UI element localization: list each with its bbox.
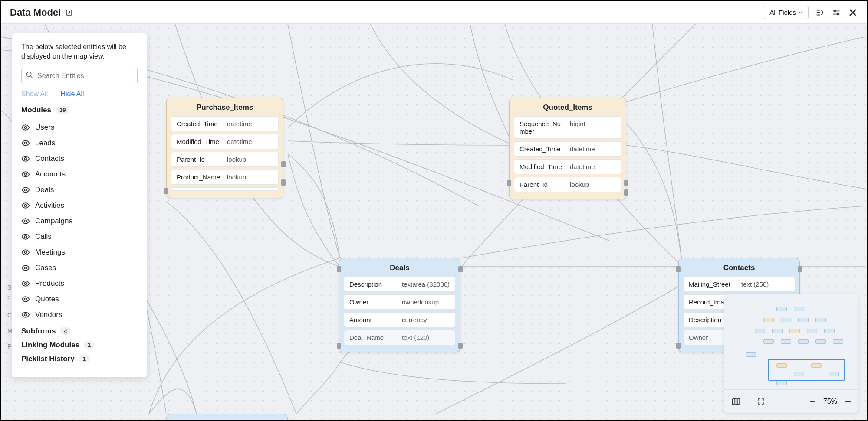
count-badge: 4 <box>60 327 71 335</box>
module-item[interactable]: Calls <box>21 229 138 245</box>
field-row[interactable]: Mailing_Streettext (250) <box>683 277 795 292</box>
show-hide-row: Show All Hide All <box>21 90 138 98</box>
module-item[interactable]: Products <box>21 276 138 291</box>
eye-icon <box>21 248 30 257</box>
field-row[interactable]: Amountcurrency <box>344 312 456 327</box>
header-bar: Data Model All Fields <box>1 1 867 24</box>
module-label: Leads <box>35 139 55 147</box>
module-item[interactable]: Deals <box>21 182 138 198</box>
section-modules[interactable]: Modules 19 <box>21 106 138 114</box>
eye-icon <box>21 170 30 179</box>
section-subforms[interactable]: Subforms 4 <box>21 327 138 336</box>
module-label: Accounts <box>35 170 66 179</box>
field-row[interactable]: Descriptiontextarea (32000) <box>344 277 456 292</box>
svg-point-11 <box>25 235 27 238</box>
module-label: Deals <box>35 186 54 194</box>
svg-point-13 <box>25 267 27 269</box>
svg-point-2 <box>837 13 839 15</box>
all-fields-dropdown[interactable]: All Fields <box>764 6 809 19</box>
close-button[interactable] <box>848 7 858 18</box>
connector <box>458 343 463 349</box>
module-item[interactable]: Users <box>21 120 138 135</box>
module-item[interactable]: Leads <box>21 135 138 151</box>
zoom-out-button[interactable]: − <box>809 395 815 408</box>
fullscreen-icon[interactable] <box>757 398 765 405</box>
minimap[interactable]: − 75% + <box>724 294 858 413</box>
viewport-indicator[interactable] <box>768 359 845 381</box>
connector <box>164 188 168 194</box>
svg-point-12 <box>25 251 27 253</box>
search-wrap <box>21 68 138 84</box>
entity-quoted-items[interactable]: Quoted_Items Sequence_Numberbigint Creat… <box>509 98 626 199</box>
field-row[interactable]: Modified_Timedatetime <box>514 159 621 174</box>
entity-title: Invoices <box>167 414 287 420</box>
field-row[interactable]: Created_Timedatetime <box>514 141 621 157</box>
entity-title: Purchase_Items <box>167 98 283 116</box>
svg-point-16 <box>25 313 27 316</box>
entity-deals[interactable]: Deals Descriptiontextarea (32000) Ownero… <box>339 258 460 352</box>
module-item[interactable]: Activities <box>21 198 138 213</box>
map-icon[interactable] <box>731 397 741 406</box>
field-row[interactable]: Modified_Timedatetime <box>171 134 279 149</box>
eye-icon <box>21 186 30 194</box>
count-badge: 19 <box>56 106 69 114</box>
entity-title: Quoted_Items <box>510 98 626 116</box>
eye-icon <box>21 123 30 132</box>
header-right: All Fields <box>764 6 858 19</box>
connector <box>624 189 628 196</box>
connector <box>798 266 802 272</box>
entity-invoices[interactable]: Invoices Ownerownerlookup <box>166 414 288 420</box>
divider <box>54 90 54 98</box>
open-external-icon[interactable] <box>65 9 73 16</box>
minimap-view[interactable] <box>724 294 858 389</box>
search-icon <box>26 71 33 81</box>
entity-purchase-items[interactable]: Purchase_Items Created_Timedatetime Modi… <box>166 98 283 198</box>
connector <box>337 343 341 349</box>
module-item[interactable]: Quotes <box>21 291 138 307</box>
all-fields-label: All Fields <box>769 9 796 16</box>
panel-description: The below selected entities will be disp… <box>21 42 138 62</box>
show-all-link[interactable]: Show All <box>21 90 48 98</box>
connector <box>337 266 341 272</box>
module-item[interactable]: Cases <box>21 260 138 276</box>
layout-icon[interactable] <box>815 7 825 18</box>
entities-panel: The below selected entities will be disp… <box>12 33 147 377</box>
count-badge: 1 <box>84 341 95 349</box>
svg-point-6 <box>25 157 27 160</box>
zoom-in-button[interactable]: + <box>845 395 851 408</box>
module-item[interactable]: Vendors <box>21 307 138 323</box>
field-row[interactable]: Parent_Idlookup <box>171 152 279 167</box>
section-picklist[interactable]: Picklist History 1 <box>21 355 138 363</box>
field-row[interactable]: Ownerownerlookup <box>344 294 456 310</box>
field-row[interactable]: Created_Timedatetime <box>171 116 279 131</box>
section-linking[interactable]: Linking Modules 1 <box>21 341 138 349</box>
hide-all-link[interactable]: Hide All <box>60 90 84 98</box>
module-label: Meetings <box>35 248 65 257</box>
module-item[interactable]: Contacts <box>21 151 138 166</box>
module-label: Cases <box>35 264 56 272</box>
connector <box>624 180 628 186</box>
module-item[interactable]: Meetings <box>21 245 138 260</box>
svg-point-8 <box>25 189 27 191</box>
divider <box>773 395 773 408</box>
svg-point-1 <box>834 10 836 12</box>
field-row[interactable] <box>171 187 279 191</box>
field-row[interactable]: Parent_Idlookup <box>514 177 621 192</box>
eye-icon <box>21 201 30 210</box>
module-item[interactable]: Accounts <box>21 166 138 182</box>
module-item[interactable]: Campaigns <box>21 213 138 229</box>
svg-point-14 <box>25 282 27 284</box>
field-row[interactable]: Deal_Nametext (120) <box>344 330 456 345</box>
eye-icon <box>21 154 30 163</box>
module-label: Calls <box>35 232 52 241</box>
eye-icon <box>21 139 30 147</box>
eye-icon <box>21 279 30 288</box>
field-row[interactable]: Product_Namelookup <box>171 170 279 185</box>
search-input[interactable] <box>21 68 138 84</box>
field-row[interactable]: Sequence_Numberbigint <box>514 116 621 139</box>
settings-icon[interactable] <box>831 7 842 18</box>
zoom-controls: − 75% + <box>809 395 851 408</box>
connector <box>281 179 286 186</box>
chevron-down-icon <box>799 11 803 14</box>
svg-point-3 <box>26 72 31 77</box>
